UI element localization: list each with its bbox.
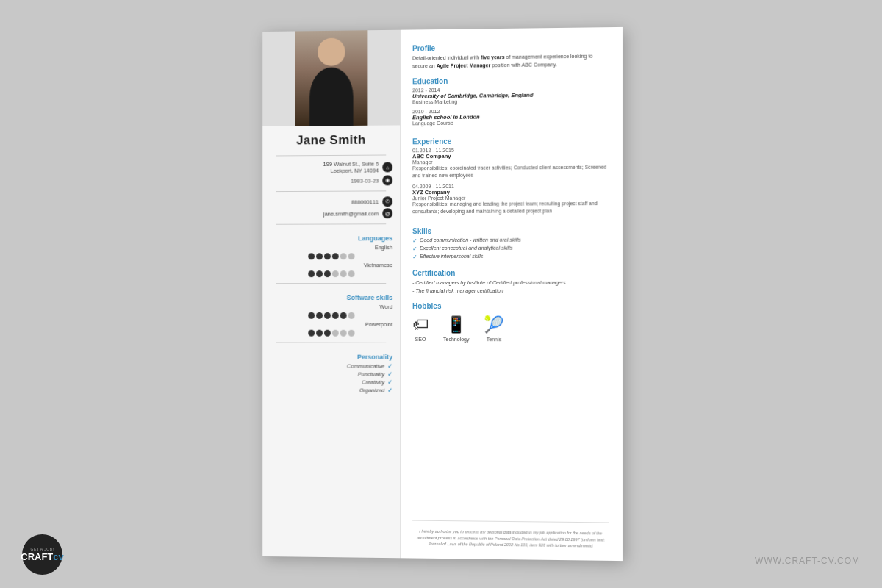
personality-title: Personality <box>262 347 400 362</box>
address-line2: Lockport, NY 14094 <box>323 168 379 174</box>
hobby-tennis: 🎾 Tennis <box>484 315 504 342</box>
phone-item: 888000111 ✆ <box>262 196 400 208</box>
exp-desc-1: Responsibilities: coordinated tracer act… <box>412 164 609 179</box>
hobby-technology: 📱 Technology <box>443 315 469 342</box>
dot <box>308 330 315 337</box>
personality-text: Organized <box>359 387 384 394</box>
dot <box>331 312 338 319</box>
check-icon: ✓ <box>387 387 392 394</box>
check-icon: ✓ <box>412 237 417 244</box>
cert-item-2: - The financial risk manager certificati… <box>412 287 609 295</box>
skill-dots-ppt <box>301 329 362 338</box>
edu-degree-1: Business Marketing <box>412 98 609 104</box>
cert-item-1: - Certified managers by Institute of Cer… <box>412 279 609 287</box>
personality-punctuality: Punctuality ✓ <box>262 370 400 379</box>
address-line1: 199 Walnut St., Suite 6 <box>323 161 379 168</box>
software-title: Software skills <box>262 288 400 303</box>
cv-text: cv <box>53 551 63 562</box>
lang-dots-viet <box>301 269 362 279</box>
personality-text: Punctuality <box>358 371 384 378</box>
skill-label-2: Excellent conceptual and analytical skil… <box>420 245 512 251</box>
craft-text: CRAFT <box>21 552 53 562</box>
exp-entry-2: 04.2009 - 11.2011 XYZ Company Junior Pro… <box>412 183 609 215</box>
check-icon: ✓ <box>412 254 417 260</box>
dot <box>323 312 330 319</box>
dot <box>316 253 323 259</box>
dob-text: 1983-03-23 <box>351 177 379 184</box>
certification-title: Certification <box>412 269 609 277</box>
skill-label-3: Effective interpersonal skills <box>420 254 483 259</box>
email-item: jane.smith@gmail.com @ <box>262 207 400 220</box>
hobby-label-tennis: Tennis <box>487 337 501 342</box>
edu-entry-1: 2012 - 2014 University of Cambridge, Cam… <box>412 86 609 105</box>
website-text: WWW.CRAFT-CV.COM <box>755 556 860 566</box>
dot-empty <box>331 330 338 337</box>
lang-name-viet: Vietnamese <box>270 262 392 268</box>
divider2 <box>276 190 387 192</box>
photo-area <box>262 30 400 126</box>
craft-circle: GET A JOB! CRAFT cv <box>22 534 62 575</box>
address-item: 199 Walnut St., Suite 6 Lockport, NY 140… <box>262 159 400 175</box>
divider4 <box>276 283 387 284</box>
edu-degree-2: Language Course <box>412 119 609 126</box>
education-title: Education <box>412 76 609 86</box>
personality-text: Communicative <box>347 363 384 370</box>
divider <box>276 154 387 156</box>
dot-empty <box>340 253 346 259</box>
tennis-icon: 🎾 <box>484 315 504 334</box>
profile-title: Profile <box>412 42 609 52</box>
dot <box>308 253 315 259</box>
edu-entry-2: 2010 - 2012 English school in London Lan… <box>412 107 609 126</box>
dob-item: 1983-03-23 ◉ <box>262 174 400 187</box>
lang-name-english: English <box>270 244 392 251</box>
personality-text: Creativity <box>362 379 384 386</box>
right-column: Profile Detail-oriented individual with … <box>401 27 623 561</box>
phone-icon: ✆ <box>382 196 392 207</box>
hobbies-row: 🏷 SEO 📱 Technology 🎾 Tennis <box>412 315 609 343</box>
personality-organized: Organized ✓ <box>262 386 400 395</box>
personality-creativity: Creativity ✓ <box>262 378 400 387</box>
dot <box>316 312 323 319</box>
check-icon: ✓ <box>412 245 417 252</box>
dot-empty <box>331 270 338 277</box>
exp-entry-1: 01.2012 - 11.2015 ABC Company Manager Re… <box>412 146 609 179</box>
email-icon: @ <box>382 208 392 218</box>
skill-item-2: ✓ Excellent conceptual and analytical sk… <box>412 245 609 253</box>
dot <box>323 330 330 337</box>
brand-logo: GET A JOB! CRAFT cv <box>22 534 62 575</box>
dot <box>331 253 338 259</box>
email-text: jane.smith@gmail.com <box>323 210 379 217</box>
hobby-seo: 🏷 SEO <box>412 315 429 342</box>
divider3 <box>276 223 387 224</box>
skill-item-word: Word <box>262 303 400 311</box>
page-background: Jane Smith 199 Walnut St., Suite 6 Lockp… <box>0 0 882 588</box>
profile-photo <box>295 30 368 126</box>
skill-item-3: ✓ Effective interpersonal skills <box>412 254 609 261</box>
check-icon: ✓ <box>387 363 392 370</box>
skill-item-1: ✓ Good communication - written and oral … <box>412 237 609 244</box>
dot-empty <box>348 253 354 259</box>
dot <box>316 270 323 277</box>
person-name: Jane Smith <box>296 133 366 148</box>
dot-empty <box>340 330 346 337</box>
dot <box>308 312 315 319</box>
dot-empty <box>348 330 354 337</box>
calendar-icon: ◉ <box>382 175 392 185</box>
dot <box>308 270 315 277</box>
hobbies-title: Hobbies <box>412 302 609 310</box>
check-icon: ✓ <box>387 379 392 386</box>
personality-communicative: Communicative ✓ <box>262 362 400 370</box>
skills-title: Skills <box>412 226 609 235</box>
resume-paper: Jane Smith 199 Walnut St., Suite 6 Lockp… <box>262 27 623 561</box>
phone-text: 888000111 <box>351 198 379 205</box>
languages-title: Languages <box>262 229 400 243</box>
exp-desc-2: Responsibilities: managing and leading t… <box>412 200 609 215</box>
divider5 <box>276 342 387 343</box>
skill-label-1: Good communication - written and oral sk… <box>420 237 521 243</box>
footer-text: I hereby authorize you to process my per… <box>412 520 609 549</box>
name-area: Jane Smith <box>290 126 371 151</box>
profile-text: Detail-oriented individual with five yea… <box>412 52 609 70</box>
dot-empty <box>348 270 354 277</box>
lang-item-english: English <box>262 243 400 251</box>
experience-title: Experience <box>412 136 609 146</box>
